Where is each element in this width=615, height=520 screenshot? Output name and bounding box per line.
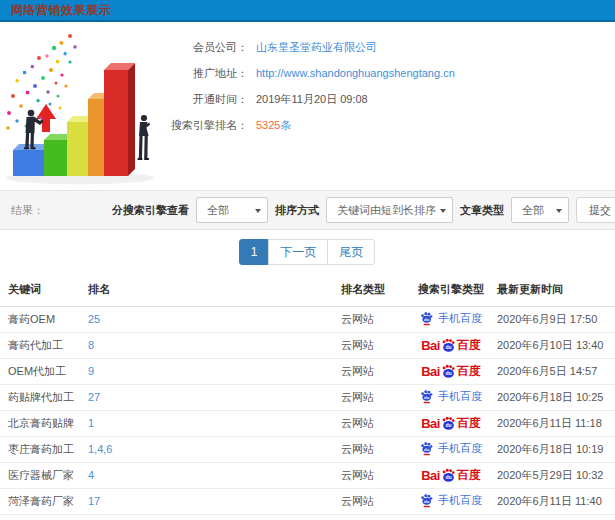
info-row-open-time: 开通时间： 2019年11月20日 09:08 <box>185 86 615 112</box>
keyword-cell: 膏药代加工 <box>0 332 88 358</box>
engine-type-cell: du 手机百度 Bai du 百度 <box>405 306 497 332</box>
chevron-down-icon <box>255 209 261 213</box>
sort-filter-select[interactable]: 关键词由短到长排序 <box>326 197 453 223</box>
svg-text:du: du <box>445 370 451 376</box>
page-button-current[interactable]: 1 <box>239 239 270 265</box>
chevron-down-icon <box>440 209 446 213</box>
engine-filter-select[interactable]: 全部 <box>196 197 268 223</box>
member-info-section: 会员公司： 山东皇圣堂药业有限公司 推广地址： http://www.shand… <box>0 22 615 190</box>
baidu-logo: Bai du 百度 <box>421 415 481 432</box>
update-time-cell: 2020年6月18日 10:25 <box>497 384 615 410</box>
baidu-logo: Bai du 百度 <box>421 467 481 484</box>
table-header-row: 关键词 排名 排名类型 搜索引擎类型 最新更新时间 <box>0 274 615 306</box>
type-filter-label: 文章类型 <box>460 203 504 218</box>
search-engine-logo: du 手机百度 Bai du 百度 <box>421 363 481 380</box>
rank-cell: 27 <box>88 384 341 410</box>
header-update-time: 最新更新时间 <box>497 274 615 306</box>
baidu-paw-icon: du <box>420 311 433 326</box>
update-time-cell: 2020年6月11日 11:18 <box>497 410 615 436</box>
engine-filter-value: 全部 <box>207 203 229 218</box>
rank-cell: 25 <box>88 306 341 332</box>
header-keyword: 关键词 <box>0 274 88 306</box>
keyword-cell: OEM代加工 <box>0 358 88 384</box>
baidu-paw-icon: du <box>441 338 456 353</box>
baidu-suffix-text: 百度 <box>457 415 481 432</box>
table-row: 药贴牌代加工 27 云网站 du 手机百度 <box>0 384 615 410</box>
update-time-cell: 2020年6月10日 13:40 <box>497 332 615 358</box>
rank-link[interactable]: 17 <box>88 495 100 507</box>
baidu-logo: Bai du 百度 <box>421 337 481 354</box>
mobile-baidu-logo: du 手机百度 <box>420 389 482 404</box>
update-time-cell: 2020年5月29日 10:32 <box>497 462 615 488</box>
search-engine-logo: du 手机百度 Bai du 百度 <box>420 389 482 404</box>
header-engine-type: 搜索引擎类型 <box>405 274 497 306</box>
promo-url-link[interactable]: http://www.shandonghuangshengtang.cn <box>256 67 455 79</box>
svg-text:du: du <box>445 344 451 350</box>
rank-link[interactable]: 1 <box>88 417 94 429</box>
rank-type-cell: 云网站 <box>341 332 405 358</box>
submit-button[interactable]: 提交 <box>576 197 615 223</box>
keyword-cell: 膏药OEM <box>0 306 88 332</box>
table-row: 菏泽膏药厂家 17 云网站 du 手机百度 <box>0 488 615 514</box>
table-row: 膏药代加工 8 云网站 du 手机百度 B <box>0 332 615 358</box>
search-engine-logo: du 手机百度 Bai du 百度 <box>420 493 482 508</box>
company-link[interactable]: 山东皇圣堂药业有限公司 <box>256 40 377 55</box>
rank-cell: 1,4,6 <box>88 436 341 462</box>
chevron-down-icon <box>556 209 562 213</box>
header-rank-type: 排名类型 <box>341 274 405 306</box>
next-page-button[interactable]: 下一页 <box>268 239 328 265</box>
rank-link[interactable]: 25 <box>88 313 100 325</box>
table-row: 枣庄膏药加工 1,4,6 云网站 du 手机百度 <box>0 436 615 462</box>
rank-link[interactable]: 4 <box>88 469 94 481</box>
update-time-cell: 2020年6月11日 11:40 <box>497 488 615 514</box>
rank-cell: 9 <box>88 358 341 384</box>
baidu-logo: Bai du 百度 <box>421 363 481 380</box>
keyword-cell: 医疗器械厂家 <box>0 462 88 488</box>
rank-type-cell: 云网站 <box>341 384 405 410</box>
rank-count-value: 5325条 <box>256 118 291 133</box>
baidu-paw-icon: du <box>420 441 433 456</box>
rank-link[interactable]: 9 <box>88 365 94 377</box>
mobile-baidu-label: 手机百度 <box>438 441 482 456</box>
svg-text:du: du <box>424 498 430 503</box>
page-title: 网络营销效果展示 <box>11 2 111 19</box>
search-engine-logo: du 手机百度 Bai du 百度 <box>421 337 481 354</box>
mobile-baidu-label: 手机百度 <box>438 493 482 508</box>
info-row-company: 会员公司： 山东皇圣堂药业有限公司 <box>185 34 615 60</box>
keyword-cell: 药贴牌代加工 <box>0 384 88 410</box>
result-label: 结果： <box>11 203 44 218</box>
rank-link[interactable]: 27 <box>88 391 100 403</box>
svg-text:du: du <box>424 394 430 399</box>
rank-link[interactable]: 1,4,6 <box>88 443 112 455</box>
type-filter-select[interactable]: 全部 <box>511 197 569 223</box>
mobile-baidu-label: 手机百度 <box>438 389 482 404</box>
keyword-cell: 菏泽膏药厂家 <box>0 488 88 514</box>
baidu-bai-text: Bai <box>421 338 440 353</box>
baidu-suffix-text: 百度 <box>457 337 481 354</box>
title-bar: 网络营销效果展示 <box>0 0 615 22</box>
rank-count-label: 搜索引擎排名： <box>164 118 248 133</box>
businessman-right <box>137 115 150 160</box>
last-page-button[interactable]: 尾页 <box>327 239 375 265</box>
growth-chart-illustration <box>0 22 185 190</box>
baidu-bai-text: Bai <box>421 416 440 431</box>
engine-type-cell: du 手机百度 Bai du 百度 <box>405 384 497 410</box>
pagination: 1下一页尾页 <box>0 239 615 266</box>
svg-text:du: du <box>445 422 451 428</box>
mobile-baidu-logo: du 手机百度 <box>420 493 482 508</box>
update-time-cell: 2020年6月5日 14:57 <box>497 358 615 384</box>
info-row-url: 推广地址： http://www.shandonghuangshengtang.… <box>185 60 615 86</box>
rank-link[interactable]: 8 <box>88 339 94 351</box>
baidu-paw-icon: du <box>441 364 456 379</box>
update-time-cell: 2020年6月18日 10:19 <box>497 436 615 462</box>
baidu-paw-icon: du <box>441 416 456 431</box>
engine-type-cell: du 手机百度 Bai du 百度 <box>405 462 497 488</box>
info-row-rank-count: 搜索引擎排名： 5325条 <box>185 112 615 138</box>
table-row: 膏药OEM 25 云网站 du 手机百度 <box>0 306 615 332</box>
engine-type-cell: du 手机百度 Bai du 百度 <box>405 358 497 384</box>
baidu-paw-icon: du <box>420 389 433 404</box>
table-row: OEM代加工 9 云网站 du 手机百度 <box>0 358 615 384</box>
rank-cell: 1 <box>88 410 341 436</box>
open-time-label: 开通时间： <box>185 92 248 107</box>
table-row: 北京膏药贴牌 1 云网站 du 手机百度 <box>0 410 615 436</box>
